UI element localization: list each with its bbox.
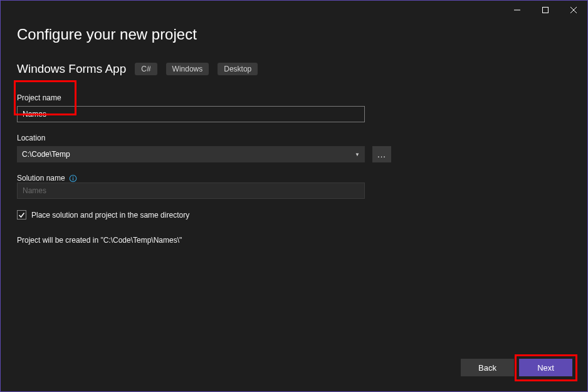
location-value: C:\Code\Temp — [22, 150, 70, 159]
svg-rect-6 — [73, 177, 73, 180]
window-titlebar — [1, 1, 587, 19]
maximize-icon — [542, 7, 549, 13]
project-name-label: Project name — [17, 93, 571, 102]
chevron-down-icon: ▼ — [355, 152, 360, 157]
tag-desktop: Desktop — [218, 63, 258, 75]
location-dropdown[interactable]: C:\Code\Temp ▼ — [17, 146, 365, 162]
browse-button[interactable]: ... — [372, 146, 391, 162]
svg-point-5 — [72, 176, 73, 177]
project-name-input[interactable] — [17, 106, 365, 122]
status-text: Project will be created in "C:\Code\Temp… — [17, 236, 571, 245]
template-name: Windows Forms App — [17, 62, 126, 76]
footer-buttons: Back Next — [461, 359, 572, 376]
close-button[interactable] — [559, 1, 587, 19]
minimize-button[interactable] — [503, 1, 531, 19]
close-icon — [570, 7, 577, 13]
next-button[interactable]: Next — [519, 359, 572, 376]
maximize-button[interactable] — [531, 1, 559, 19]
info-icon[interactable] — [69, 174, 77, 183]
checkmark-icon — [18, 211, 25, 218]
template-info-row: Windows Forms App C# Windows Desktop — [17, 62, 571, 76]
same-directory-label: Place solution and project in the same d… — [31, 211, 189, 220]
tag-windows: Windows — [166, 63, 209, 75]
same-directory-checkbox[interactable] — [17, 210, 26, 220]
tag-csharp: C# — [135, 63, 157, 75]
minimize-icon — [514, 7, 520, 13]
solution-name-label: Solution name — [17, 174, 65, 183]
page-title: Configure your new project — [17, 26, 571, 43]
back-button[interactable]: Back — [461, 359, 514, 376]
location-label: Location — [17, 134, 571, 142]
solution-name-input — [17, 183, 365, 199]
svg-rect-1 — [542, 8, 548, 13]
